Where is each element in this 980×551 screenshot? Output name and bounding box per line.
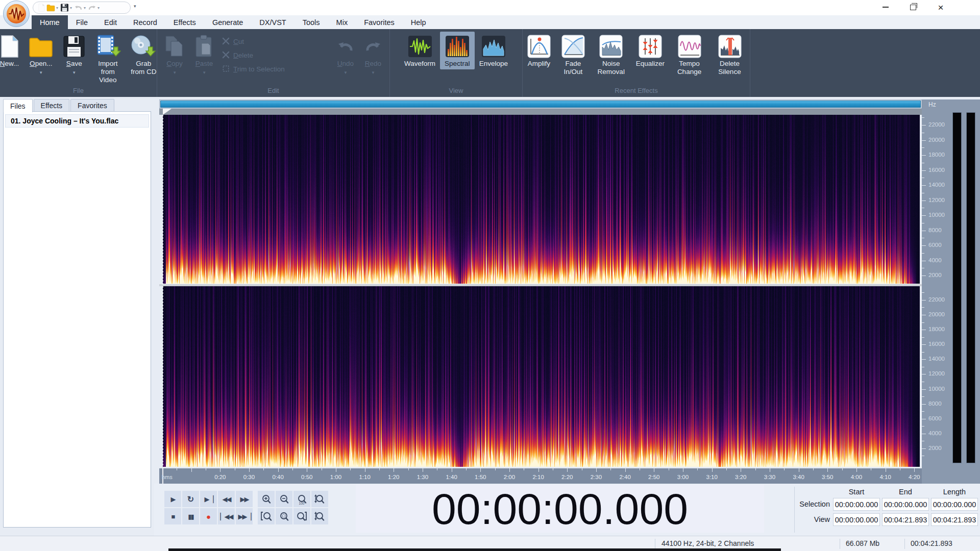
ribbon-button-amplify[interactable]: Amplify [523, 32, 555, 69]
go-to-end-button[interactable]: ▶▶▕ [236, 508, 253, 524]
tab-mix[interactable]: Mix [328, 15, 356, 29]
dropdown-caret-icon[interactable]: ▼ [344, 69, 348, 77]
dropdown-caret-icon[interactable]: ▾ [97, 6, 100, 10]
close-button[interactable]: × [929, 0, 952, 14]
ribbon-button-new[interactable]: New... [0, 32, 23, 69]
ribbon-button-copy[interactable]: Copy▼ [160, 32, 189, 79]
zoom-in-button[interactable] [258, 491, 275, 507]
import-video-icon [94, 33, 121, 60]
go-to-start-button[interactable]: ▏◀◀ [218, 508, 235, 524]
qat-new-document-icon[interactable] [37, 4, 46, 12]
tab-file[interactable]: File [68, 15, 96, 29]
dropdown-caret-icon[interactable]: ▾ [56, 6, 58, 10]
selection-start-field[interactable]: 00:00:00.000 [833, 498, 880, 511]
ribbon-button-equalizer[interactable]: Equalizer [631, 32, 669, 69]
zoom-selection-button[interactable] [276, 508, 292, 524]
view-length-field[interactable]: 00:04:21.893 [931, 513, 978, 526]
view-end-field[interactable]: 00:04:21.893 [882, 513, 929, 526]
tab-record[interactable]: Record [125, 15, 165, 29]
selection-end-field[interactable]: 00:00:00.000 [882, 498, 929, 511]
tab-effects[interactable]: Effects [165, 15, 204, 29]
ribbon-button-trim-to-selection[interactable]: Trim to Selection [222, 62, 285, 76]
record-button[interactable]: ● [200, 508, 217, 524]
ribbon-button-redo[interactable]: Redo▼ [359, 32, 387, 79]
playhead-flag-icon[interactable] [163, 109, 172, 115]
maximize-button[interactable] [901, 0, 925, 14]
zoom-vertical-in-button[interactable] [311, 491, 328, 507]
ribbon-button-envelope[interactable]: Envelope [475, 32, 512, 69]
panel-tab-effects[interactable]: Effects [34, 99, 70, 112]
dropdown-caret-icon[interactable]: ▼ [371, 69, 375, 77]
ribbon-button-import-from-video[interactable]: Import from Video [90, 32, 126, 86]
ribbon-button-delete[interactable]: Delete [222, 48, 285, 62]
zoom-vertical-out-button[interactable] [311, 508, 328, 524]
tab-edit[interactable]: Edit [96, 15, 125, 29]
spectrogram-channel-2[interactable] [163, 286, 920, 467]
file-list-item[interactable]: 01. Joyce Cooling – It's You.flac [5, 114, 149, 128]
fast-forward-button[interactable]: ▶▶ [236, 491, 253, 507]
ribbon-button-label: Waveform [404, 60, 435, 68]
qat-undo-icon[interactable] [74, 4, 83, 12]
ribbon-button-spectral[interactable]: Spectral [440, 32, 475, 69]
time-tick [900, 468, 900, 470]
ribbon-button-cut[interactable]: Cut [222, 35, 285, 48]
panel-tab-favorites[interactable]: Favorites [70, 99, 114, 112]
tab-help[interactable]: Help [403, 15, 434, 29]
tab-home[interactable]: Home [32, 15, 68, 29]
rewind-button[interactable]: ◀◀ [218, 491, 235, 507]
app-logo-icon[interactable] [3, 1, 30, 27]
time-tick [235, 468, 235, 470]
time-tick-label: 2:50 [644, 474, 664, 480]
view-start-field[interactable]: 00:00:00.000 [833, 513, 880, 526]
dropdown-caret-icon[interactable]: ▼ [72, 69, 76, 77]
time-ruler[interactable]: hms 0:200:300:400:501:001:101:201:301:40… [159, 468, 922, 484]
ribbon-button-noise-removal[interactable]: Noise Removal [591, 32, 631, 78]
ribbon-button-waveform[interactable]: Waveform [400, 32, 440, 69]
spectrogram-channel-1[interactable] [163, 115, 920, 284]
dropdown-caret-icon[interactable]: ▼ [202, 69, 206, 77]
qat-open-folder-icon[interactable] [46, 4, 55, 12]
ribbon-button-open[interactable]: Open...▼ [23, 32, 58, 79]
dropdown-caret-icon[interactable]: ▼ [173, 69, 177, 77]
qat-save-icon[interactable] [60, 4, 69, 12]
ribbon-button-fade-in-out[interactable]: Fade In/Out [555, 32, 591, 78]
time-tick [914, 468, 915, 472]
ribbon-button-undo[interactable]: Undo▼ [332, 32, 359, 79]
dropdown-caret-icon[interactable]: ▾ [70, 6, 72, 10]
zoom-selection-end-button[interactable] [293, 508, 310, 524]
loop-button[interactable]: ↻ [182, 491, 199, 507]
pause-button[interactable]: ▮▮ [182, 508, 199, 524]
menu-tab-row: HomeFileEditRecordEffectsGenerateDX/VSTT… [0, 15, 980, 29]
marker-bar[interactable] [159, 109, 922, 115]
selection-length-field[interactable]: 00:00:00.000 [931, 498, 978, 511]
tab-dx-vst[interactable]: DX/VST [251, 15, 294, 29]
panel-tab-files[interactable]: Files [3, 99, 33, 112]
ribbon-button-label: Spectral [445, 60, 470, 68]
tab-generate[interactable]: Generate [204, 15, 251, 29]
time-tick [365, 468, 365, 472]
zoom-100-button[interactable]: 100 [293, 491, 310, 507]
minimize-button[interactable] [874, 0, 897, 14]
file-list[interactable]: 01. Joyce Cooling – It's You.flac [3, 111, 151, 528]
zoom-out-button[interactable] [276, 491, 292, 507]
ribbon-button-delete-silence[interactable]: Delete Silence [709, 32, 750, 78]
dropdown-caret-icon[interactable]: ▼ [39, 69, 43, 77]
dropdown-caret-icon[interactable]: ▾ [84, 6, 86, 10]
ribbon-button-save[interactable]: Save▼ [58, 32, 90, 79]
freq-tick-label: 18000 [928, 152, 945, 158]
ribbon-button-grab-from-cd[interactable]: Grab from CD [126, 32, 161, 78]
zoom-selection-start-button[interactable] [258, 508, 275, 524]
ribbon-button-tempo-change[interactable]: Tempo Change [669, 32, 709, 78]
quick-access-customize-icon[interactable]: ▾ [134, 4, 136, 9]
qat-redo-icon[interactable] [88, 4, 96, 12]
tab-tools[interactable]: Tools [295, 15, 328, 29]
time-tick [669, 468, 669, 470]
ribbon-button-paste[interactable]: Paste▼ [189, 32, 219, 79]
play-to-end-button[interactable]: ▶▕ [200, 491, 217, 507]
horizontal-scrollbar[interactable] [159, 99, 922, 109]
stop-button[interactable]: ■ [164, 508, 181, 524]
scrollbar-thumb[interactable] [160, 101, 921, 108]
ribbon-empty-space [750, 29, 980, 97]
tab-favorites[interactable]: Favorites [356, 15, 403, 29]
play-button[interactable]: ▶ [164, 491, 181, 507]
